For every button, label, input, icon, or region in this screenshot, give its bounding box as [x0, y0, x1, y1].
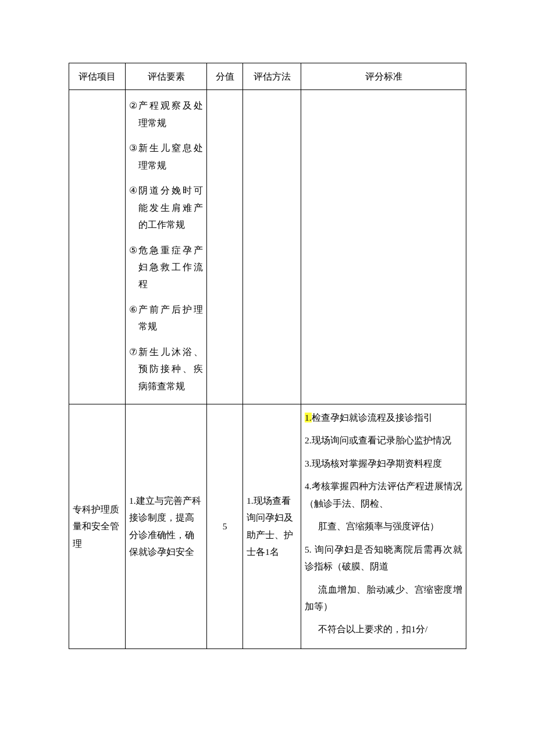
- list-text: 产前产后护理常规: [138, 301, 203, 335]
- standard-line: 5. 询问孕妇是否知晓离院后需再次就诊指标（破膜、阴道: [305, 541, 462, 575]
- standard-line: 2.现场询问或查看记录胎心监护情况: [305, 432, 462, 449]
- table-row: 专科护理质量和安全管理 1.建立与完善产科接诊制度，提高分诊准确性，确保就诊孕妇…: [69, 404, 466, 649]
- list-marker: ④: [129, 182, 137, 199]
- assessment-table: 评估项目 评估要素 分值 评估方法 评分标准 ②产程观察及处理常规 ③新生儿窒息…: [69, 63, 466, 649]
- cell-element: 1.建立与完善产科接诊制度，提高分诊准确性，确保就诊孕妇安全: [126, 404, 207, 649]
- cell-score: [207, 90, 243, 404]
- table-header-row: 评估项目 评估要素 分值 评估方法 评分标准: [69, 63, 466, 90]
- standard-text: 检查孕妇就诊流程及接诊指引: [312, 413, 433, 422]
- list-text: 危急重症孕产妇急救工作流程: [138, 242, 203, 293]
- list-marker: ⑥: [129, 301, 137, 318]
- standard-line: 3.现场核对掌握孕妇孕期资料程度: [305, 455, 462, 472]
- col-score: 分值: [207, 63, 243, 90]
- col-project: 评估项目: [69, 63, 126, 90]
- list-marker: ⑤: [129, 242, 137, 259]
- standard-line: 4.考核掌握四种方法评估产程进展情况（触诊手法、阴检、: [305, 478, 462, 512]
- cell-method: [243, 90, 301, 404]
- col-method: 评估方法: [243, 63, 301, 90]
- cell-standard: [301, 90, 466, 404]
- cell-standard: 1.检查孕妇就诊流程及接诊指引 2.现场询问或查看记录胎心监护情况 3.现场核对…: [301, 404, 466, 649]
- cell-project: 专科护理质量和安全管理: [69, 404, 126, 649]
- col-element: 评估要素: [126, 63, 207, 90]
- list-marker: ⑦: [129, 343, 137, 360]
- standard-line: 流血增加、胎动减少、宫缩密度增加等）: [305, 581, 462, 615]
- list-marker: ②: [129, 97, 137, 114]
- table-row: ②产程观察及处理常规 ③新生儿窒息处理常规 ④阴道分娩时可能发生肩难产的工作常规…: [69, 90, 466, 404]
- standard-line: 肛查、宫缩频率与强度评估）: [305, 518, 462, 535]
- list-text: 阴道分娩时可能发生肩难产的工作常规: [138, 182, 203, 233]
- cell-project: [69, 90, 126, 404]
- col-standard: 评分标准: [301, 63, 466, 90]
- list-text: 新生儿窒息处理常规: [138, 139, 203, 174]
- cell-elements: ②产程观察及处理常规 ③新生儿窒息处理常规 ④阴道分娩时可能发生肩难产的工作常规…: [126, 90, 207, 404]
- cell-method: 1.现场查看询问孕妇及助产士、护士各1名: [243, 404, 301, 649]
- list-marker: ③: [129, 139, 137, 156]
- standard-line: 1.检查孕妇就诊流程及接诊指引: [305, 409, 462, 426]
- list-text: 产程观察及处理常规: [138, 97, 203, 131]
- highlight: 1.: [305, 413, 312, 422]
- standard-line: 不符合以上要求的，扣1分/: [305, 621, 462, 637]
- list-text: 新生儿沐浴、预防接种、疾病筛查常规: [138, 343, 203, 395]
- cell-score: 5: [207, 404, 243, 649]
